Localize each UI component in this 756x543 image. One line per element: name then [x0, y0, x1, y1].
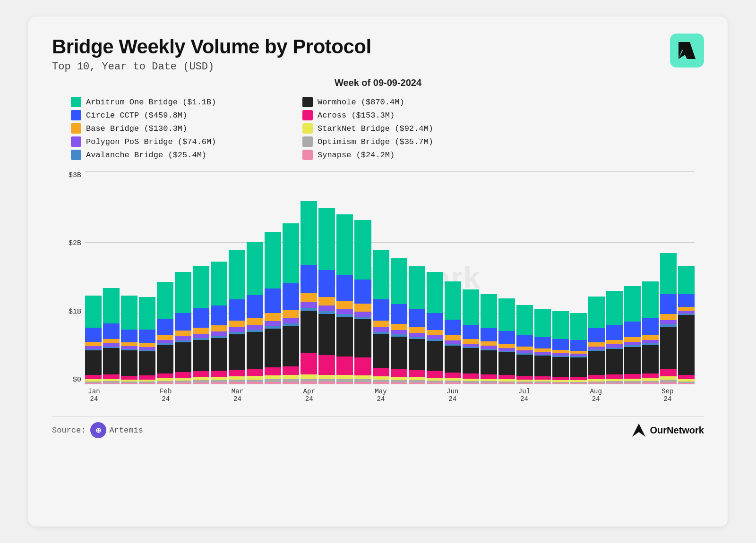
bar-segment-arb: [552, 311, 569, 339]
ournetwork-footer: OurNetwork: [631, 423, 704, 438]
bar-segment-worm: [85, 350, 102, 375]
bar-segment-arb: [157, 282, 173, 319]
bar-segment-worm: [336, 317, 353, 356]
bar-segment-arb: [516, 305, 533, 335]
bar-group: [354, 171, 371, 384]
bar-segment-base: [391, 324, 407, 330]
chart-card: Bridge Weekly Volume by Protocol Top 10,…: [28, 17, 728, 526]
bar-segment-poly: [175, 336, 191, 340]
bars-container: [85, 171, 695, 384]
bar-segment-arb: [121, 296, 137, 330]
source-area: Source: ⊕ Artemis: [52, 422, 143, 438]
bar-segment-worm: [193, 340, 209, 371]
bar-segment-arb: [229, 250, 245, 299]
legend-swatch: [71, 97, 81, 107]
bar-segment-worm: [354, 319, 371, 357]
bar-segment-poly: [409, 333, 425, 337]
legend-label: StarkNet Bridge ($92.4M): [318, 124, 433, 133]
x-axis-label: Jun 24: [444, 388, 462, 403]
bar-group: [445, 171, 461, 384]
chart-inner: OurNetwork: [85, 171, 695, 384]
bar-group: [678, 171, 695, 384]
bar-segment-worm: [463, 348, 479, 373]
bar-segment-poly: [211, 331, 227, 336]
bar-group: [606, 171, 623, 384]
bar-segment-stark: [265, 375, 281, 379]
bar-segment-arb: [678, 266, 695, 294]
bar-segment-acr: [660, 369, 677, 376]
bar-segment-stark: [247, 376, 263, 380]
bar-segment-stark: [336, 375, 353, 379]
bar-segment-poly: [463, 344, 479, 347]
bar-segment-worm: [570, 357, 587, 377]
bar-group: [103, 171, 120, 384]
bar-segment-cctp: [391, 304, 407, 324]
bar-segment-base: [427, 330, 443, 336]
bar-segment-acr: [265, 367, 281, 375]
bar-segment-worm: [139, 351, 155, 375]
bar-segment-worm: [103, 348, 120, 374]
bar-segment-arb: [409, 266, 425, 309]
x-axis: Jan 24Feb 24Mar 24Apr 24May 24Jun 24Jul …: [85, 384, 695, 407]
bar-segment-acr: [175, 372, 191, 378]
bar-group: [481, 171, 497, 384]
bar-segment-arb: [265, 232, 281, 288]
y-axis-label: $3B: [69, 171, 81, 179]
page-title: Bridge Weekly Volume by Protocol: [52, 35, 704, 58]
bar-segment-cctp: [193, 308, 209, 328]
bar-segment-arb: [103, 288, 120, 323]
bar-group: [552, 171, 569, 384]
bar-segment-acr: [642, 373, 659, 379]
legend: Arbitrum One Bridge ($1.1B)Wormhole ($87…: [52, 97, 506, 160]
bar-group: [301, 171, 317, 384]
bar-segment-acr: [678, 375, 695, 379]
bar-segment-cctp: [552, 339, 569, 350]
legend-label: Arbitrum One Bridge ($1.1B): [86, 98, 216, 107]
bar-segment-arb: [193, 266, 209, 308]
bar-segment-acr: [373, 368, 389, 376]
bar-segment-arb: [247, 242, 263, 295]
bar-group: [265, 171, 281, 384]
bar-group: [157, 171, 173, 384]
bar-segment-base: [354, 304, 371, 311]
bar-segment-base: [139, 343, 155, 347]
bar-segment-poly: [193, 334, 209, 338]
x-axis-label: Feb 24: [157, 388, 175, 403]
bar-segment-poly: [103, 343, 120, 347]
legend-item: Avalanche Bridge ($25.4M): [71, 150, 274, 160]
artemis-logo: ⊕ Artemis: [90, 422, 143, 438]
bar-segment-worm: [534, 356, 551, 376]
bar-segment-worm: [498, 352, 515, 375]
bar-segment-arb: [318, 208, 335, 270]
bar-segment-cctp: [354, 280, 371, 304]
bar-segment-arb: [283, 223, 299, 284]
bar-segment-cctp: [409, 309, 425, 327]
bar-segment-cctp: [283, 283, 299, 310]
bar-group: [498, 171, 515, 384]
bar-group: [660, 171, 677, 384]
bar-segment-acr: [103, 374, 120, 379]
bar-segment-arb: [606, 291, 623, 325]
bar-segment-poly: [283, 318, 299, 323]
bar-segment-poly: [427, 335, 443, 339]
bar-segment-cctp: [139, 330, 155, 343]
bar-segment-arb: [175, 272, 191, 313]
bar-segment-cctp: [318, 270, 335, 297]
logo-box: [670, 34, 704, 68]
legend-item: Across ($153.3M): [302, 110, 506, 120]
bar-segment-base: [570, 351, 587, 354]
bar-group: [229, 171, 245, 384]
bar-segment-poly: [445, 340, 461, 344]
legend-label: Wormhole ($870.4M): [318, 98, 404, 107]
legend-item: Arbitrum One Bridge ($1.1B): [71, 97, 274, 107]
bar-segment-acr: [409, 370, 425, 377]
bar-segment-base: [247, 318, 263, 325]
bar-segment-acr: [427, 371, 443, 377]
bar-segment-base: [481, 341, 497, 346]
y-axis: $3B$2B$1B$0: [52, 171, 85, 384]
ournetwork-footer-label: OurNetwork: [650, 425, 704, 436]
legend-item: Base Bridge ($130.3M): [71, 123, 274, 134]
bar-segment-base: [678, 307, 695, 311]
legend-item: Polygon PoS Bridge ($74.6M): [71, 136, 274, 147]
bar-segment-stark: [283, 375, 299, 379]
